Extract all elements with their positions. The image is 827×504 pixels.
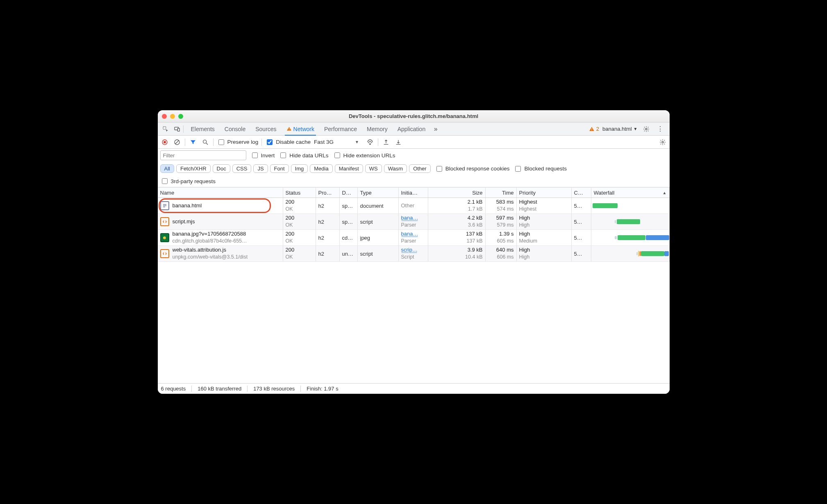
transferred-size: 160 kB transferred <box>198 386 248 392</box>
type-chip-img[interactable]: Img <box>291 164 308 173</box>
devtools-window: DevTools - speculative-rules.glitch.me/b… <box>158 110 670 394</box>
target-selector[interactable]: banana.html ▼ <box>602 126 637 132</box>
network-settings-icon[interactable] <box>658 138 667 147</box>
type-chip-doc[interactable]: Doc <box>213 164 230 173</box>
gear-icon[interactable] <box>641 124 652 134</box>
blocked-requests-checkbox[interactable]: Blocked requests <box>513 165 567 173</box>
divider <box>183 125 184 133</box>
svg-rect-4 <box>289 129 289 130</box>
chevron-down-icon: ▼ <box>634 127 638 131</box>
type-chip-css[interactable]: CSS <box>232 164 252 173</box>
tab-memory[interactable]: Memory <box>363 123 392 135</box>
col-priority[interactable]: Priority <box>517 188 572 198</box>
third-party-label: 3rd-party requests <box>171 178 216 184</box>
hide-extension-urls-label: Hide extension URLs <box>343 152 395 159</box>
blocked-cookies-checkbox[interactable]: Blocked response cookies <box>435 165 510 173</box>
type-chip-other[interactable]: Other <box>409 164 431 173</box>
col-time[interactable]: Time <box>486 188 517 198</box>
device-toolbar-icon[interactable] <box>172 124 182 134</box>
finish-time: Finish: 1.97 s <box>307 386 344 392</box>
titlebar: DevTools - speculative-rules.glitch.me/b… <box>158 110 670 123</box>
tab-network[interactable]: Network <box>282 123 318 135</box>
filter-icon[interactable] <box>189 138 198 147</box>
clear-button[interactable] <box>173 138 182 147</box>
warnings-badge[interactable]: 2 <box>589 126 599 132</box>
svg-point-7 <box>645 128 647 130</box>
type-chip-font[interactable]: Font <box>270 164 289 173</box>
col-type[interactable]: Type <box>358 188 399 198</box>
network-conditions-icon[interactable] <box>366 138 375 147</box>
search-icon[interactable] <box>201 138 210 147</box>
script-icon <box>160 249 169 258</box>
tab-application[interactable]: Application <box>393 123 430 135</box>
table-row[interactable]: banana.jpg?v=1705668720588cdn.glitch.glo… <box>158 230 670 246</box>
disable-cache-checkbox[interactable]: Disable cache <box>265 138 311 146</box>
divider <box>378 138 378 146</box>
col-domain[interactable]: D… <box>340 188 358 198</box>
import-har-icon[interactable] <box>394 138 403 147</box>
svg-rect-3 <box>289 128 289 129</box>
tab-performance[interactable]: Performance <box>320 123 361 135</box>
col-size[interactable]: Size <box>428 188 486 198</box>
svg-rect-5 <box>591 128 592 129</box>
hide-data-urls-checkbox[interactable]: Hide data URLs <box>279 151 328 159</box>
col-name[interactable]: Name <box>158 188 283 198</box>
requests-count: 6 requests <box>161 386 192 392</box>
table-body: banana.html200OKh2sp…documentOther2.1 kB… <box>158 198 670 383</box>
chevron-down-icon: ▼ <box>355 140 359 144</box>
warnings-count: 2 <box>596 126 599 132</box>
col-connection[interactable]: C… <box>572 188 591 198</box>
divider <box>261 138 262 146</box>
table-row[interactable]: web-vitals.attribution.jsunpkg.com/web-v… <box>158 246 670 262</box>
svg-line-11 <box>175 141 179 144</box>
kebab-menu-icon[interactable]: ⋮ <box>655 124 666 134</box>
hide-data-urls-label: Hide data URLs <box>289 152 328 159</box>
svg-rect-9 <box>164 141 166 143</box>
type-chip-manifest[interactable]: Manifest <box>335 164 363 173</box>
inspect-element-icon[interactable] <box>160 124 171 134</box>
status-bar: 6 requests 160 kB transferred 173 kB res… <box>158 383 670 394</box>
throttling-select[interactable]: Fast 3G ▼ <box>314 139 362 145</box>
type-filter-chips: AllFetch/XHRDocCSSJSFontImgMediaManifest… <box>160 164 431 173</box>
divider <box>185 138 185 146</box>
document-icon <box>160 201 169 210</box>
tab-sources[interactable]: Sources <box>251 123 280 135</box>
invert-checkbox[interactable]: Invert <box>250 151 275 159</box>
third-party-checkbox[interactable]: 3rd-party requests <box>160 177 216 185</box>
blocked-requests-label: Blocked requests <box>524 166 567 172</box>
tab-label: Elements <box>191 126 215 132</box>
tab-label: Memory <box>367 126 388 132</box>
tab-label: Sources <box>255 126 276 132</box>
tab-elements[interactable]: Elements <box>187 123 219 135</box>
waterfall-cell <box>591 214 670 229</box>
svg-point-12 <box>203 140 206 143</box>
col-protocol[interactable]: Pro… <box>316 188 340 198</box>
svg-rect-2 <box>177 128 179 131</box>
main-tabs-row: ElementsConsoleSourcesNetworkPerformance… <box>158 123 670 136</box>
preserve-log-checkbox[interactable]: Preserve log <box>217 138 259 146</box>
export-har-icon[interactable] <box>382 138 391 147</box>
type-chip-ws[interactable]: WS <box>365 164 382 173</box>
waterfall-cell <box>591 198 670 213</box>
col-waterfall[interactable]: Waterfall▲ <box>591 188 670 198</box>
hide-extension-urls-checkbox[interactable]: Hide extension URLs <box>333 151 395 159</box>
type-chip-js[interactable]: JS <box>253 164 268 173</box>
svg-point-15 <box>662 141 663 143</box>
tab-console[interactable]: Console <box>220 123 250 135</box>
tab-label: Console <box>225 126 245 132</box>
col-initiator[interactable]: Initia… <box>399 188 428 198</box>
type-chip-fetch-xhr[interactable]: Fetch/XHR <box>176 164 211 173</box>
table-row[interactable]: banana.html200OKh2sp…documentOther2.1 kB… <box>158 198 670 214</box>
blocked-cookies-label: Blocked response cookies <box>445 166 510 172</box>
waterfall-cell <box>591 230 670 245</box>
script-icon <box>160 217 169 226</box>
col-status[interactable]: Status <box>283 188 316 198</box>
filter-input[interactable] <box>160 150 246 160</box>
more-tabs-icon[interactable]: » <box>430 124 441 134</box>
type-chip-wasm[interactable]: Wasm <box>384 164 407 173</box>
type-chip-media[interactable]: Media <box>310 164 332 173</box>
table-header: Name Status Pro… D… Type Initia… Size Ti… <box>158 187 670 198</box>
record-button[interactable] <box>160 138 169 147</box>
type-chip-all[interactable]: All <box>160 164 174 173</box>
table-row[interactable]: script.mjs200OKh2sp…scriptbana…Parser4.2… <box>158 214 670 230</box>
